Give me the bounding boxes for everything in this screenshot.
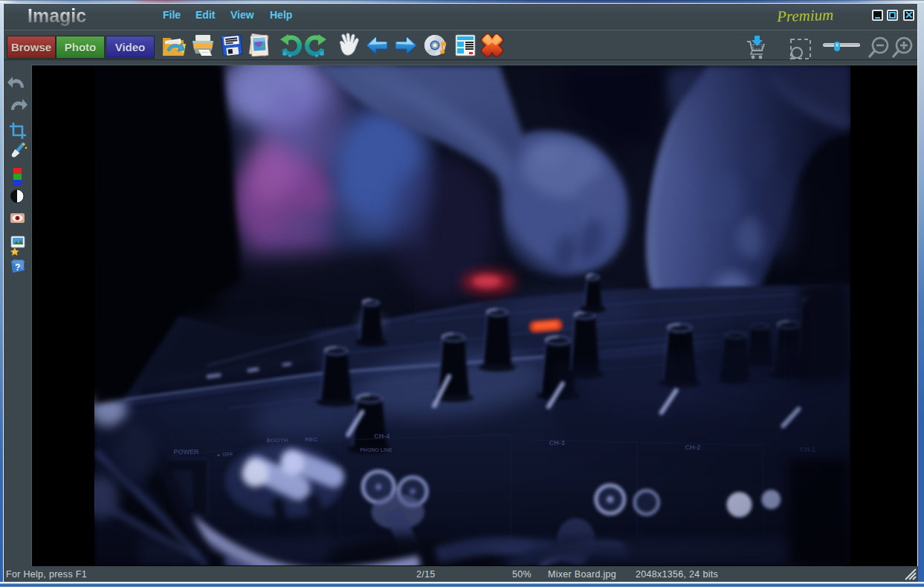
svg-text:?: ? [15, 262, 20, 273]
